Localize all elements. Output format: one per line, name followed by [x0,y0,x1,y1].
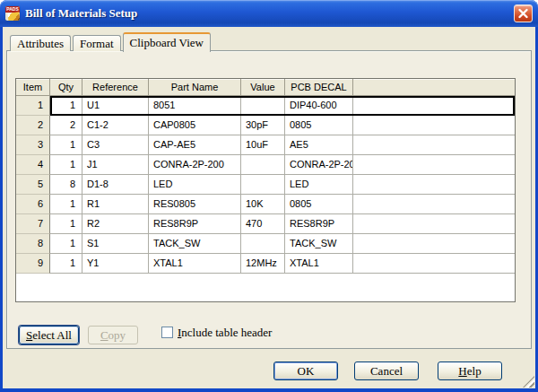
row-data: 1 Y1 XTAL1 12MHz XTAL1 [50,254,515,274]
dialog-window: PADS Bill of Materials Setup Attributes … [0,0,538,392]
table-row[interactable]: 1 1 U1 8051 DIP40-600 [16,96,515,116]
cell-pcb-decal: XTAL1 [285,254,353,274]
column-header-blank [353,79,515,96]
row-data: 1 R2 RES8R9P 470 RES8R9P [50,214,515,234]
row-number-cell: 8 [16,234,50,254]
select-all-button[interactable]: Select All [19,326,79,344]
cell-reference: J1 [82,155,149,175]
cell-qty: 8 [50,175,82,195]
copy-button[interactable]: Copy [88,326,138,344]
cell-qty: 1 [50,254,82,274]
cell-reference: R1 [82,195,149,214]
tab-clipboard-view[interactable]: Clipboard View [123,32,211,52]
cell-pcb-decal: 0805 [285,195,353,214]
row-data: 1 R1 RES0805 10K 0805 [50,195,515,214]
cell-value [241,155,285,175]
pads-logo-icon: PADS [5,6,20,21]
cell-value: 12MHz [241,254,285,274]
row-data: 1 S1 TACK_SW TACK_SW [50,234,515,254]
cell-reference: Y1 [82,254,149,274]
cell-part-name: RES8R9P [149,214,241,234]
title-bar[interactable]: PADS Bill of Materials Setup [0,0,538,27]
cell-part-name: 8051 [149,96,241,116]
select-all-rest: elect All [32,328,72,342]
include-header-rest: nclude table header [181,326,272,339]
cell-reference: U1 [82,96,149,116]
table-row[interactable]: 8 1 S1 TACK_SW TACK_SW [16,234,515,254]
cell-blank [353,96,515,116]
cell-part-name: CAP-AE5 [149,135,241,155]
copy-accel: C [100,328,108,342]
include-table-header-checkbox[interactable] [161,327,173,338]
cell-part-name: XTAL1 [149,254,241,274]
cell-value: 10uF [241,135,285,155]
resize-grip[interactable] [523,376,534,388]
column-header-pcb-decal: PCB DECAL [285,79,353,96]
tab-bar: Attributes Format Clipboard View [10,31,213,51]
cell-pcb-decal: CONRA-2P-200 [285,155,353,175]
row-number-cell: 1 [16,96,50,116]
close-icon [517,8,529,19]
row-number-cell: 7 [16,214,50,234]
tab-attributes[interactable]: Attributes [10,35,71,51]
row-data: 8 D1-8 LED LED [50,175,515,195]
cell-qty: 1 [50,96,82,116]
ok-button[interactable]: OK [273,362,338,380]
cell-pcb-decal: DIP40-600 [285,96,353,116]
cell-value: 470 [241,214,285,234]
cell-blank [353,254,515,274]
tab-format[interactable]: Format [73,35,121,51]
cell-qty: 1 [50,234,82,254]
table-row[interactable]: 9 1 Y1 XTAL1 12MHz XTAL1 [16,254,515,274]
close-button[interactable] [514,4,533,22]
table-row[interactable]: 4 1 J1 CONRA-2P-200 CONRA-2P-200 [16,155,515,175]
cell-blank [353,175,515,195]
dialog-client-area: Attributes Format Clipboard View Item Qt… [3,27,535,388]
cell-reference: C3 [82,135,149,155]
cell-blank [353,214,515,234]
table-row[interactable]: 7 1 R2 RES8R9P 470 RES8R9P [16,214,515,234]
cell-reference: S1 [82,234,149,254]
cancel-button[interactable]: Cancel [354,362,419,380]
bom-preview-table: Item Qty Reference Part Name Value PCB D… [15,78,516,302]
window-title: Bill of Materials Setup [25,0,137,27]
column-header-qty: Qty [50,79,82,96]
help-button[interactable]: Help [438,362,502,380]
cell-value: 30pF [241,116,285,135]
row-number-cell: 4 [16,155,50,175]
cell-pcb-decal: 0805 [285,116,353,135]
table-row[interactable]: 3 1 C3 CAP-AE5 10uF AE5 [16,135,515,155]
cell-blank [353,234,515,254]
cell-reference: D1-8 [82,175,149,195]
cell-pcb-decal: AE5 [285,135,353,155]
table-row[interactable]: 2 2 C1-2 CAP0805 30pF 0805 [16,116,515,135]
help-accel: H [458,364,466,378]
row-number-cell: 2 [16,116,50,135]
cell-blank [353,116,515,135]
cell-part-name: CAP0805 [149,116,241,135]
cell-value [241,175,285,195]
cell-part-name: TACK_SW [149,234,241,254]
pads-logo-pencil [7,12,20,21]
cell-value [241,96,285,116]
row-data: 2 C1-2 CAP0805 30pF 0805 [50,116,515,135]
table-row[interactable]: 6 1 R1 RES0805 10K 0805 [16,195,515,214]
row-data: 1 U1 8051 DIP40-600 [50,96,515,116]
include-table-header-label[interactable]: Include table header [178,324,272,341]
cell-part-name: RES0805 [149,195,241,214]
row-data: 1 C3 CAP-AE5 10uF AE5 [50,135,515,155]
column-header-value: Value [241,79,285,96]
table-row[interactable]: 5 8 D1-8 LED LED [16,175,515,195]
cell-qty: 1 [50,195,82,214]
row-data: 1 J1 CONRA-2P-200 CONRA-2P-200 [50,155,515,175]
column-header-part-name: Part Name [149,79,241,96]
table-header-row: Item Qty Reference Part Name Value PCB D… [16,79,515,96]
tab-page-clipboard-view: Item Qty Reference Part Name Value PCB D… [6,50,532,349]
cell-qty: 1 [50,155,82,175]
cell-pcb-decal: RES8R9P [285,214,353,234]
cell-blank [353,135,515,155]
help-rest: elp [467,364,482,378]
row-number-cell: 5 [16,175,50,195]
cell-qty: 1 [50,214,82,234]
cell-qty: 2 [50,116,82,135]
